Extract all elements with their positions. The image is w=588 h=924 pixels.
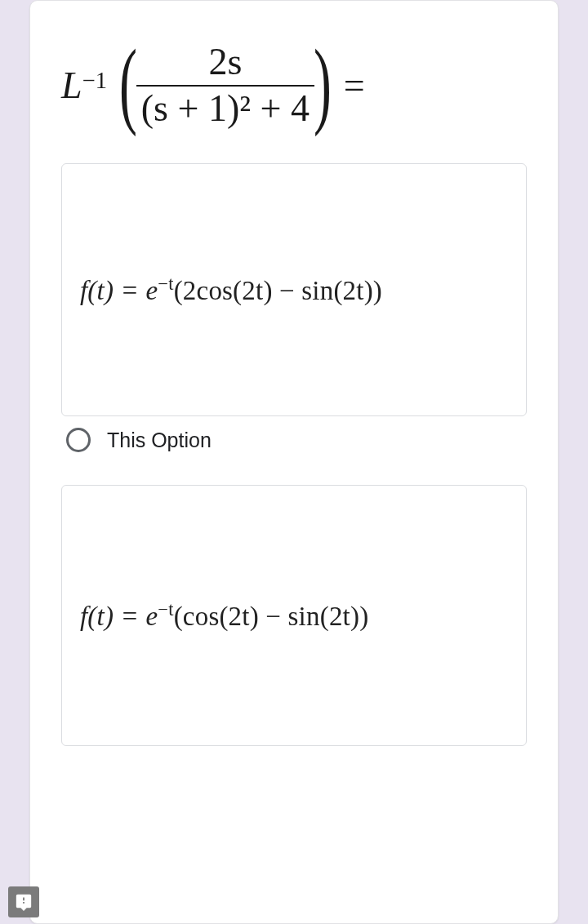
radio-circle-icon (66, 428, 91, 452)
operator-L: L (61, 64, 82, 107)
radio-option-1-label: This Option (107, 429, 212, 452)
option-1-lhs: f(t) = e (80, 276, 158, 305)
option-2-lhs: f(t) = e (80, 602, 158, 631)
equals-sign: = (344, 64, 365, 107)
left-paren: ( (119, 44, 137, 122)
option-1-rhs: (2cos(2t) − sin(2t)) (174, 276, 382, 305)
answer-option-1: f(t) = e−t(2cos(2t) − sin(2t)) (61, 163, 527, 416)
option-1-formula: f(t) = e−t(2cos(2t) − sin(2t)) (62, 273, 395, 306)
report-problem-button[interactable] (8, 886, 39, 917)
right-paren: ) (314, 44, 332, 122)
fraction-numerator: 2s (203, 40, 247, 85)
option-2-exp: −t (158, 599, 173, 620)
option-2-formula: f(t) = e−t(cos(2t) − sin(2t)) (62, 599, 381, 632)
card-content: L −1 ( 2s (s + 1)² + 4 ) = f(t) = e−t(2c… (30, 1, 558, 746)
operator-exponent: −1 (82, 68, 107, 94)
radio-option-1[interactable]: This Option (61, 416, 527, 464)
fraction-denominator: (s + 1)² + 4 (136, 87, 314, 131)
option-2-rhs: (cos(2t) − sin(2t)) (174, 602, 369, 631)
option-1-exp: −t (158, 273, 173, 294)
fraction: 2s (s + 1)² + 4 (136, 40, 314, 131)
report-problem-icon (15, 893, 33, 911)
answer-option-2: f(t) = e−t(cos(2t) − sin(2t)) (61, 485, 527, 746)
question-card: L −1 ( 2s (s + 1)² + 4 ) = f(t) = e−t(2c… (29, 0, 559, 924)
question-equation: L −1 ( 2s (s + 1)² + 4 ) = (61, 40, 527, 131)
